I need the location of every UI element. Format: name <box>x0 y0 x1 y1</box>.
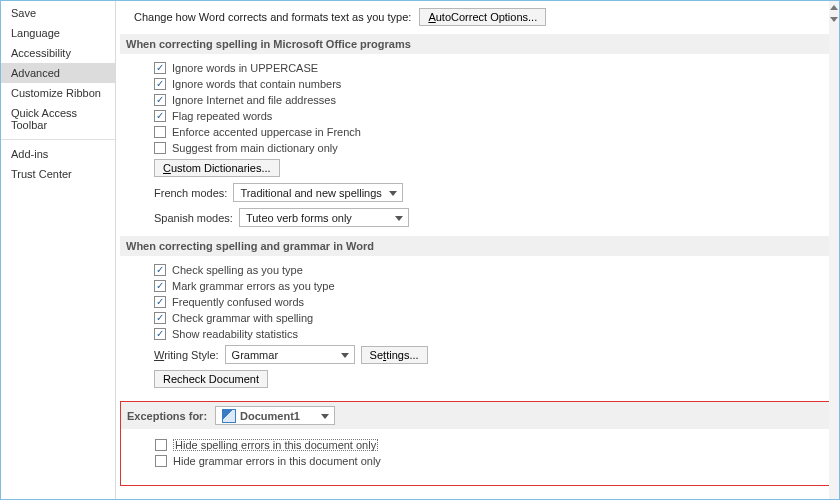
chk-mark-grammar[interactable] <box>154 280 166 292</box>
recheck-document-button[interactable]: Recheck Document <box>154 370 268 388</box>
chk-internet[interactable] <box>154 94 166 106</box>
sidebar-item-trust-center[interactable]: Trust Center <box>1 164 115 184</box>
french-modes-label: French modes: <box>154 187 227 199</box>
chk-hide-spelling-label: Hide spelling errors in this document on… <box>173 439 378 451</box>
chk-confused-label: Frequently confused words <box>172 296 304 308</box>
chk-internet-label: Ignore Internet and file addresses <box>172 94 336 106</box>
custom-dictionaries-button[interactable]: Custom Dictionaries... <box>154 159 280 177</box>
chk-french-accent-label: Enforce accented uppercase in French <box>172 126 361 138</box>
chk-grammar-spell-label: Check grammar with spelling <box>172 312 313 324</box>
chk-readability[interactable] <box>154 328 166 340</box>
chk-grammar-spell[interactable] <box>154 312 166 324</box>
sidebar-separator <box>1 139 115 140</box>
chk-french-accent[interactable] <box>154 126 166 138</box>
exceptions-doc-label: Document1 <box>240 410 300 422</box>
writing-style-dropdown[interactable]: Grammar <box>225 345 355 364</box>
chk-hide-grammar-label: Hide grammar errors in this document onl… <box>173 455 381 467</box>
chk-uppercase[interactable] <box>154 62 166 74</box>
chk-numbers-label: Ignore words that contain numbers <box>172 78 341 90</box>
exceptions-title: Exceptions for: <box>127 410 207 422</box>
writing-style-label: Writing Style: <box>154 349 219 361</box>
chk-readability-label: Show readability statistics <box>172 328 298 340</box>
sidebar-item-advanced[interactable]: Advanced <box>1 63 115 83</box>
sidebar-item-language[interactable]: Language <box>1 23 115 43</box>
chk-repeated[interactable] <box>154 110 166 122</box>
chk-repeated-label: Flag repeated words <box>172 110 272 122</box>
chk-spell-type[interactable] <box>154 264 166 276</box>
chk-confused[interactable] <box>154 296 166 308</box>
chk-uppercase-label: Ignore words in UPPERCASE <box>172 62 318 74</box>
section-spelling-word: When correcting spelling and grammar in … <box>120 236 839 256</box>
french-modes-dropdown[interactable]: Traditional and new spellings <box>233 183 403 202</box>
chk-spell-type-label: Check spelling as you type <box>172 264 303 276</box>
chk-hide-grammar[interactable] <box>155 455 167 467</box>
document-icon <box>222 409 236 423</box>
chk-numbers[interactable] <box>154 78 166 90</box>
exceptions-highlight: Exceptions for: Document1 Hide spelling … <box>120 401 839 486</box>
spanish-modes-label: Spanish modes: <box>154 212 233 224</box>
scroll-down-icon[interactable] <box>829 13 839 25</box>
options-content: Change how Word corrects and formats tex… <box>116 1 839 499</box>
scroll-up-icon[interactable] <box>829 1 839 13</box>
sidebar-item-customize-ribbon[interactable]: Customize Ribbon <box>1 83 115 103</box>
settings-button[interactable]: Settings... <box>361 346 428 364</box>
exceptions-dropdown[interactable]: Document1 <box>215 406 335 425</box>
section-spelling-office: When correcting spelling in Microsoft Of… <box>120 34 839 54</box>
chk-hide-spelling[interactable] <box>155 439 167 451</box>
sidebar-item-accessibility[interactable]: Accessibility <box>1 43 115 63</box>
chk-main-dict[interactable] <box>154 142 166 154</box>
chk-mark-grammar-label: Mark grammar errors as you type <box>172 280 335 292</box>
sidebar-item-quick-access[interactable]: Quick Access Toolbar <box>1 103 115 135</box>
autocorrect-options-button[interactable]: AutoCorrect Options... <box>419 8 546 26</box>
options-sidebar: Save Language Accessibility Advanced Cus… <box>1 1 116 499</box>
chk-main-dict-label: Suggest from main dictionary only <box>172 142 338 154</box>
intro-text: Change how Word corrects and formats tex… <box>134 11 411 23</box>
spanish-modes-dropdown[interactable]: Tuteo verb forms only <box>239 208 409 227</box>
vertical-scrollbar[interactable] <box>829 1 839 499</box>
sidebar-item-save[interactable]: Save <box>1 3 115 23</box>
sidebar-item-addins[interactable]: Add-ins <box>1 144 115 164</box>
